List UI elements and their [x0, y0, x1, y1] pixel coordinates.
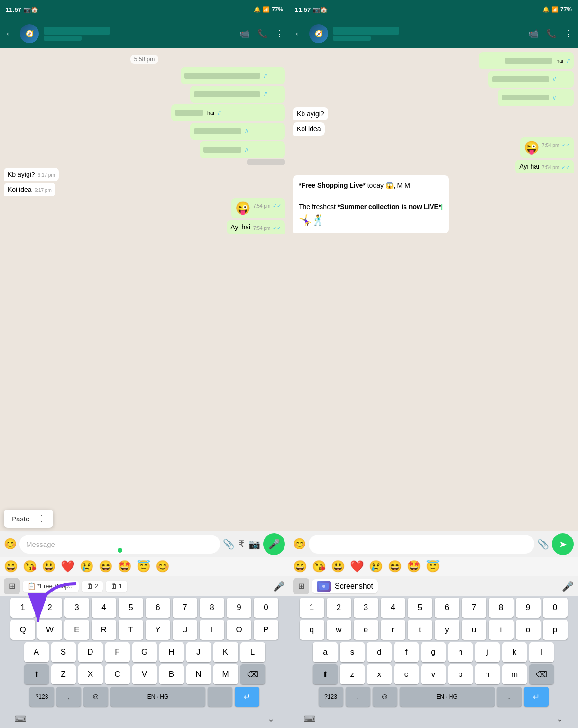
r-key-7[interactable]: 7	[462, 598, 486, 618]
key-8[interactable]: 8	[200, 598, 224, 618]
chevron-down-left[interactable]: ⌄	[267, 714, 275, 724]
r-key-2[interactable]: 2	[327, 598, 351, 618]
key-C[interactable]: C	[105, 664, 130, 684]
r-key-l[interactable]: l	[529, 642, 554, 662]
back-button-right[interactable]: ←	[294, 27, 304, 40]
r-key-period[interactable]: .	[497, 687, 522, 707]
rupee-icon-left[interactable]: ₹	[239, 538, 245, 550]
r-key-x[interactable]: x	[367, 664, 392, 684]
r-key-o[interactable]: o	[516, 620, 541, 640]
r-key-8[interactable]: 8	[489, 598, 514, 618]
emoji-button-left[interactable]: 😊	[4, 538, 17, 550]
key-B[interactable]: B	[159, 664, 184, 684]
grid-icon-right[interactable]: ⊞	[293, 578, 309, 594]
key-E[interactable]: E	[64, 620, 89, 640]
emoji-1[interactable]: 😄	[4, 560, 18, 573]
key-U[interactable]: U	[173, 620, 197, 640]
chevron-down-right[interactable]: ⌄	[556, 714, 563, 724]
r-key-y[interactable]: y	[435, 620, 459, 640]
r-key-k[interactable]: k	[502, 642, 527, 662]
key-7[interactable]: 7	[173, 598, 197, 618]
r-key-j[interactable]: j	[475, 642, 500, 662]
r-key-i[interactable]: i	[489, 620, 514, 640]
key-D[interactable]: D	[78, 642, 103, 662]
key-I[interactable]: I	[200, 620, 224, 640]
more-options-left[interactable]: ⋮	[275, 28, 284, 39]
key-R[interactable]: R	[92, 620, 116, 640]
r-key-3[interactable]: 3	[354, 598, 378, 618]
chip-free-shop[interactable]: 📋 *Free Shop...	[23, 581, 79, 592]
key-X[interactable]: X	[78, 664, 103, 684]
key-M[interactable]: M	[213, 664, 238, 684]
key-period-left[interactable]: .	[208, 687, 232, 707]
key-W[interactable]: W	[37, 620, 62, 640]
key-5[interactable]: 5	[119, 598, 143, 618]
r-key-9[interactable]: 9	[516, 598, 541, 618]
back-button-left[interactable]: ←	[5, 27, 15, 40]
key-backspace-left[interactable]: ⌫	[240, 664, 265, 684]
r-key-n[interactable]: n	[475, 664, 500, 684]
r-emoji-8[interactable]: 😇	[426, 560, 440, 573]
r-key-e[interactable]: e	[354, 620, 378, 640]
message-input-left[interactable]: Message	[19, 535, 220, 554]
key-J[interactable]: J	[186, 642, 211, 662]
emoji-2[interactable]: 😘	[23, 560, 37, 573]
key-enter-left[interactable]: ↵	[235, 687, 259, 707]
r-key-v[interactable]: v	[421, 664, 446, 684]
r-key-u[interactable]: u	[462, 620, 486, 640]
key-V[interactable]: V	[132, 664, 157, 684]
key-2[interactable]: 2	[37, 598, 62, 618]
key-P[interactable]: P	[254, 620, 278, 640]
key-1[interactable]: 1	[10, 598, 35, 618]
key-shift-left[interactable]: ⬆	[24, 664, 49, 684]
key-4[interactable]: 4	[92, 598, 116, 618]
r-key-f[interactable]: f	[394, 642, 419, 662]
key-Q[interactable]: Q	[10, 620, 35, 640]
key-3[interactable]: 3	[64, 598, 89, 618]
emoji-button-right[interactable]: 😊	[293, 538, 306, 550]
r-key-a[interactable]: a	[313, 642, 338, 662]
key-Z[interactable]: Z	[51, 664, 76, 684]
video-call-button-left[interactable]: 📹	[239, 28, 250, 39]
r-key-6[interactable]: 6	[435, 598, 459, 618]
r-emoji-6[interactable]: 😆	[388, 560, 402, 573]
attachment-icon-right[interactable]: 📎	[537, 538, 549, 550]
kb-mic-left[interactable]: 🎤	[273, 581, 285, 592]
send-button-right[interactable]: ➤	[552, 533, 574, 555]
voice-call-button-left[interactable]: 📞	[257, 28, 268, 39]
input-bar-left[interactable]: 😊 Message 📎 ₹ 📷 🎤	[0, 531, 289, 557]
key-comma-left[interactable]: ,	[56, 687, 81, 707]
key-G[interactable]: G	[132, 642, 157, 662]
r-key-comma[interactable]: ,	[346, 687, 370, 707]
r-key-space[interactable]: EN · HG	[400, 687, 495, 707]
r-key-g[interactable]: g	[421, 642, 446, 662]
key-0[interactable]: 0	[254, 598, 278, 618]
screenshot-chip[interactable]: Screenshot	[312, 579, 378, 593]
key-Y[interactable]: Y	[146, 620, 170, 640]
mic-send-button-left[interactable]: 🎤	[263, 533, 285, 555]
emoji-3[interactable]: 😃	[42, 560, 56, 573]
emoji-6[interactable]: 😆	[99, 560, 113, 573]
key-H[interactable]: H	[159, 642, 184, 662]
r-key-emoji[interactable]: ☺	[373, 687, 397, 707]
r-key-c[interactable]: c	[394, 664, 419, 684]
r-emoji-2[interactable]: 😘	[312, 560, 326, 573]
attachment-icon-left[interactable]: 📎	[223, 538, 235, 550]
input-bar-right[interactable]: 😊 📎 ➤	[289, 531, 578, 557]
key-A[interactable]: A	[24, 642, 49, 662]
grid-icon-left[interactable]: ⊞	[4, 578, 20, 594]
key-9[interactable]: 9	[227, 598, 251, 618]
r-key-w[interactable]: w	[327, 620, 351, 640]
r-emoji-4[interactable]: ❤️	[350, 560, 364, 573]
message-input-right[interactable]	[309, 535, 534, 554]
r-key-h[interactable]: h	[448, 642, 473, 662]
key-L[interactable]: L	[240, 642, 265, 662]
r-key-backspace[interactable]: ⌫	[529, 664, 554, 684]
key-F[interactable]: F	[105, 642, 130, 662]
paste-more-icon[interactable]: ⋮	[37, 513, 46, 524]
avatar-left[interactable]: 🧭	[20, 24, 39, 43]
r-key-shift[interactable]: ⬆	[313, 664, 338, 684]
key-S[interactable]: S	[51, 642, 76, 662]
key-space-left[interactable]: EN · HG	[110, 687, 205, 707]
key-N[interactable]: N	[186, 664, 211, 684]
